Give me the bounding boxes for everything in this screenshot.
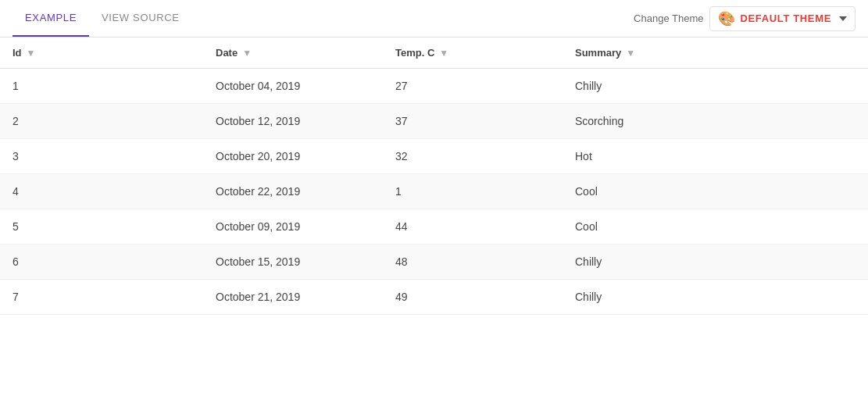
cell-temp: 1	[383, 174, 563, 209]
cell-summary: Hot	[563, 139, 868, 174]
theme-label: DEFAULT THEME	[740, 12, 831, 24]
column-header-summary: Summary ▼	[563, 37, 868, 69]
column-header-temp: Temp. C ▼	[383, 37, 563, 69]
filter-icon-date[interactable]: ▼	[242, 48, 252, 59]
data-table: Id ▼ Date ▼ Temp. C ▼	[0, 37, 868, 315]
cell-temp: 37	[383, 104, 563, 139]
cell-id: 4	[0, 174, 203, 209]
cell-temp: 49	[383, 280, 563, 315]
theme-selector[interactable]: 🎨 DEFAULT THEME	[709, 6, 855, 31]
filter-icon-summary[interactable]: ▼	[626, 48, 635, 59]
cell-date: October 09, 2019	[203, 209, 383, 244]
tabs-right: Change Theme 🎨 DEFAULT THEME	[634, 6, 855, 31]
table-row: 1October 04, 201927Chilly	[0, 69, 868, 104]
cell-date: October 04, 2019	[203, 69, 383, 104]
cell-summary: Cool	[563, 174, 868, 209]
data-table-container: Id ▼ Date ▼ Temp. C ▼	[0, 37, 868, 414]
cell-temp: 32	[383, 139, 563, 174]
top-tabs-bar: EXAMPLE VIEW SOURCE Change Theme 🎨 DEFAU…	[0, 0, 868, 37]
cell-summary: Cool	[563, 209, 868, 244]
table-row: 7October 21, 201949Chilly	[0, 280, 868, 315]
cell-summary: Chilly	[563, 280, 868, 315]
cell-date: October 15, 2019	[203, 244, 383, 280]
cell-temp: 48	[383, 244, 563, 280]
change-theme-label: Change Theme	[634, 12, 703, 24]
column-header-id: Id ▼	[0, 37, 203, 69]
cell-summary: Chilly	[563, 69, 868, 104]
table-header-row: Id ▼ Date ▼ Temp. C ▼	[0, 37, 868, 69]
cell-id: 6	[0, 244, 203, 280]
table-row: 6October 15, 201948Chilly	[0, 244, 868, 280]
table-row: 3October 20, 201932Hot	[0, 139, 868, 174]
cell-date: October 12, 2019	[203, 104, 383, 139]
theme-icon: 🎨	[718, 10, 735, 27]
cell-id: 7	[0, 280, 203, 315]
cell-date: October 21, 2019	[203, 280, 383, 315]
cell-summary: Scorching	[563, 104, 868, 139]
cell-date: October 20, 2019	[203, 139, 383, 174]
table-body: 1October 04, 201927Chilly2October 12, 20…	[0, 69, 868, 315]
filter-icon-id[interactable]: ▼	[27, 48, 36, 59]
chevron-down-icon	[839, 16, 847, 21]
cell-date: October 22, 2019	[203, 174, 383, 209]
tabs-left: EXAMPLE VIEW SOURCE	[13, 0, 192, 37]
tab-example[interactable]: EXAMPLE	[13, 0, 89, 37]
cell-id: 2	[0, 104, 203, 139]
filter-icon-temp[interactable]: ▼	[439, 48, 448, 59]
cell-id: 1	[0, 69, 203, 104]
cell-temp: 27	[383, 69, 563, 104]
cell-id: 3	[0, 139, 203, 174]
table-row: 2October 12, 201937Scorching	[0, 104, 868, 139]
column-header-date: Date ▼	[203, 37, 383, 69]
cell-id: 5	[0, 209, 203, 244]
table-row: 4October 22, 20191Cool	[0, 174, 868, 209]
tab-view-source[interactable]: VIEW SOURCE	[89, 0, 192, 37]
table-row: 5October 09, 201944Cool	[0, 209, 868, 244]
cell-temp: 44	[383, 209, 563, 244]
cell-summary: Chilly	[563, 244, 868, 280]
